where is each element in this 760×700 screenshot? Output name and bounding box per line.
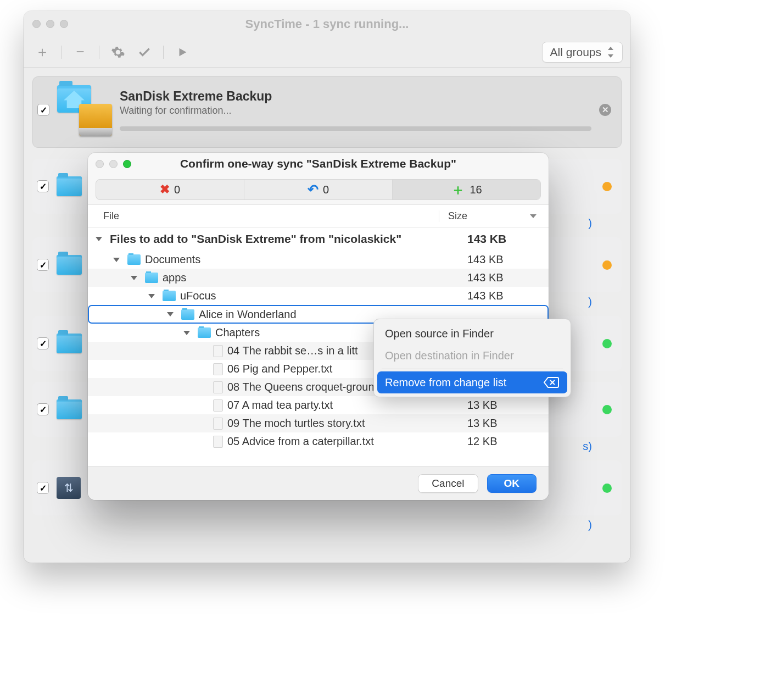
cancel-sync-button[interactable]: ✕ (599, 104, 611, 116)
menu-open-destination: Open destination in Finder (377, 345, 567, 366)
segment-add[interactable]: ＋ 16 (393, 180, 540, 199)
file-name: Alice in Wonderland (199, 308, 297, 321)
remove-count: 0 (174, 184, 180, 196)
folder-icon (163, 291, 176, 301)
sync-row-running[interactable]: ✓ SanDisk Extreme Backup Waiting for con… (32, 76, 622, 148)
sync-checkbox[interactable]: ✓ (37, 259, 49, 271)
menu-open-source[interactable]: Open source in Finder (377, 323, 567, 345)
cancel-button[interactable]: Cancel (418, 474, 478, 493)
sync-checkbox[interactable]: ✓ (37, 403, 49, 415)
file-row[interactable]: 07 A mad tea party.txt13 KB (88, 396, 549, 414)
groups-label: All groups (550, 46, 601, 59)
toolbar: ＋ − All groups (24, 37, 630, 68)
file-row[interactable]: 09 The moch turtles story.txt13 KB (88, 414, 549, 432)
sync-title: SanDisk Extreme Backup (120, 89, 591, 104)
gear-icon (111, 45, 125, 59)
stepper-icon (607, 47, 614, 58)
progress-bar (120, 126, 591, 131)
file-name: Chapters (215, 326, 260, 339)
disclosure-icon[interactable] (113, 258, 120, 262)
app-icon: ⇅ (57, 477, 81, 499)
summary-size: 143 KB (467, 232, 539, 246)
file-name: 04 The rabbit se…s in a litt (227, 345, 358, 357)
file-name: 06 Pig and Pepper.txt (227, 363, 332, 375)
context-menu: Open source in Finder Open destination i… (373, 319, 571, 397)
sync-checkbox[interactable]: ✓ (37, 104, 49, 116)
status-dot-green (602, 484, 612, 493)
file-size: 13 KB (467, 399, 539, 412)
column-size[interactable]: Size (439, 210, 549, 222)
folder-icon (181, 309, 194, 320)
folder-icon (198, 327, 211, 338)
menu-remove-from-list[interactable]: Remove from change list (377, 371, 567, 393)
file-row[interactable]: 05 Advice from a caterpillar.txt12 KB (88, 432, 549, 451)
sync-checkbox[interactable]: ✓ (37, 482, 49, 494)
file-row[interactable]: Documents143 KB (88, 251, 549, 269)
add-icon: ＋ (451, 180, 465, 199)
disclosure-icon[interactable] (131, 276, 137, 280)
folder-icon (57, 176, 82, 196)
sync-subtitle: Waiting for confirmation... (120, 105, 591, 116)
sync-checkbox[interactable]: ✓ (37, 337, 49, 349)
summary-label: Files to add to "SanDisk Extreme" from "… (110, 232, 401, 246)
add-button[interactable]: ＋ (31, 41, 53, 63)
file-icon (213, 436, 223, 448)
file-name: Documents (145, 253, 200, 266)
file-icon (213, 381, 223, 393)
file-icon (213, 345, 223, 357)
menu-separator (382, 369, 563, 369)
add-count: 16 (470, 184, 482, 196)
disclosure-icon[interactable] (96, 237, 102, 241)
play-icon (176, 46, 188, 58)
disclosure-icon[interactable] (148, 294, 155, 298)
revert-icon: ↶ (308, 182, 318, 197)
settings-button[interactable] (107, 41, 129, 63)
sync-info: SanDisk Extreme Backup Waiting for confi… (120, 89, 591, 131)
file-size: 143 KB (467, 253, 539, 266)
summary-row[interactable]: Files to add to "SanDisk Extreme" from "… (88, 227, 549, 251)
confirm-button[interactable] (133, 41, 155, 63)
file-name: 05 Advice from a caterpillar.txt (227, 435, 374, 448)
file-row[interactable]: apps143 KB (88, 269, 549, 287)
file-icon (213, 363, 223, 375)
status-dot-green (602, 405, 612, 414)
folder-icon (127, 254, 141, 265)
folder-icon (145, 273, 158, 283)
file-size: 12 KB (467, 435, 539, 448)
status-dot-orange (602, 260, 612, 270)
status-dot-orange (602, 182, 612, 191)
remove-button[interactable]: − (69, 41, 91, 63)
row-fragment: ) (32, 519, 622, 531)
titlebar: SyncTime - 1 sync running... (24, 11, 630, 37)
column-file[interactable]: File (88, 210, 439, 222)
file-name: 08 The Queens croquet-ground.txt (227, 381, 395, 393)
check-icon (137, 45, 152, 59)
file-size: 143 KB (467, 271, 539, 284)
folder-icon (57, 399, 82, 419)
sort-caret-icon (530, 214, 537, 218)
disclosure-icon[interactable] (167, 312, 174, 316)
toolbar-separator (163, 46, 164, 59)
delete-key-icon (543, 376, 560, 388)
status-dot-green (602, 339, 612, 348)
file-size: 143 KB (467, 290, 539, 302)
run-button[interactable] (171, 41, 193, 63)
groups-dropdown[interactable]: All groups (542, 42, 623, 63)
window-title: SyncTime - 1 sync running... (24, 17, 630, 31)
file-icon (213, 418, 223, 430)
file-name: 09 The moch turtles story.txt (227, 417, 365, 430)
disclosure-icon[interactable] (183, 331, 190, 335)
segment-remove[interactable]: ✖ 0 (96, 180, 244, 199)
dialog-titlebar: Confirm one-way sync "SanDisk Extreme Ba… (88, 153, 549, 175)
file-name: 07 A mad tea party.txt (227, 399, 333, 412)
folder-icon (57, 255, 82, 275)
ok-button[interactable]: OK (487, 474, 537, 493)
file-row[interactable]: uFocus143 KB (88, 287, 549, 305)
changes-segmented-control: ✖ 0 ↶ 0 ＋ 16 (96, 179, 541, 200)
segment-revert[interactable]: ↶ 0 (244, 180, 393, 199)
remove-icon: ✖ (160, 182, 170, 197)
sync-icon (57, 85, 112, 135)
file-name: apps (163, 271, 186, 284)
sync-checkbox[interactable]: ✓ (37, 180, 49, 192)
dialog-footer: Cancel OK (88, 466, 549, 500)
